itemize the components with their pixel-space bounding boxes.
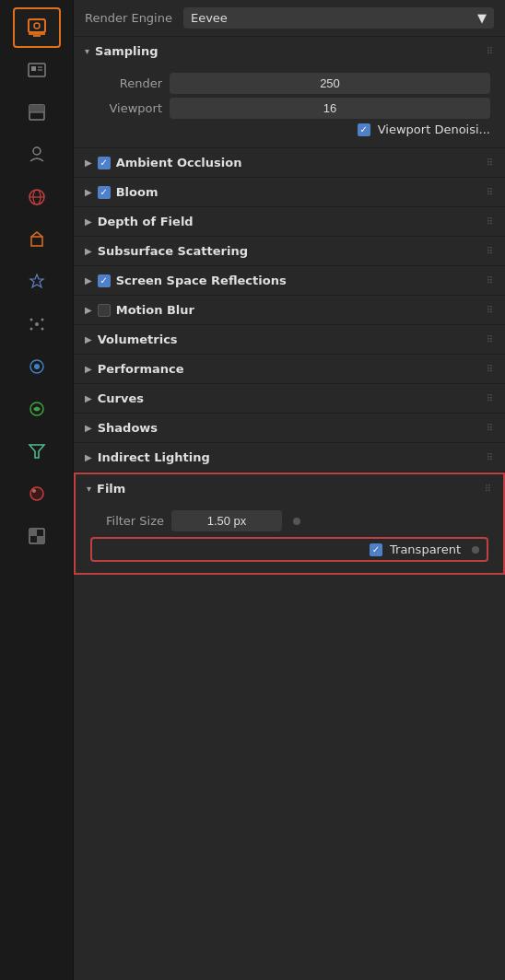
indirect-lighting-chevron: ▶ <box>85 452 92 462</box>
sidebar-item-output[interactable] <box>13 50 61 90</box>
texture-icon <box>27 526 47 546</box>
sidebar-item-constraints[interactable] <box>13 389 61 429</box>
viewport-denoise-label: Viewport Denoisi... <box>378 122 490 136</box>
sidebar <box>0 0 74 980</box>
bloom-chevron: ▶ <box>85 187 92 197</box>
screen-space-reflections-checkbox[interactable]: ✓ <box>98 274 111 287</box>
transparent-check-icon: ✓ <box>372 545 380 554</box>
sidebar-item-filter[interactable] <box>13 431 61 472</box>
svg-rect-29 <box>29 529 37 536</box>
sampling-section: ▾ Sampling ⠿ Render Viewport ✓ Viewport … <box>74 37 505 148</box>
sidebar-item-render[interactable] <box>13 7 61 48</box>
filter-size-label: Filter Size <box>90 514 164 528</box>
bloom-checkbox[interactable]: ✓ <box>98 186 111 199</box>
sampling-section-header[interactable]: ▾ Sampling ⠿ <box>74 37 505 65</box>
depth-of-field-dots: ⠿ <box>487 216 494 227</box>
sidebar-item-physics[interactable] <box>13 346 61 387</box>
sidebar-item-particles[interactable] <box>13 304 61 344</box>
motion-blur-checkbox[interactable] <box>98 304 111 317</box>
bloom-dots: ⠿ <box>487 187 494 197</box>
output-icon <box>27 60 47 80</box>
filter-size-input[interactable] <box>171 510 282 531</box>
shadows-header[interactable]: ▶ Shadows ⠿ <box>74 414 505 442</box>
indirect-lighting-header[interactable]: ▶ Indirect Lighting ⠿ <box>74 443 505 472</box>
svg-rect-6 <box>31 66 36 71</box>
physics-icon <box>27 356 47 377</box>
screen-space-reflections-section: ▶ ✓ Screen Space Reflections ⠿ <box>74 266 505 296</box>
film-dots: ⠿ <box>485 484 492 494</box>
sampling-content: Render Viewport ✓ Viewport Denoisi... <box>74 65 505 147</box>
render-input[interactable] <box>170 73 490 94</box>
depth-of-field-header[interactable]: ▶ Depth of Field ⠿ <box>74 207 505 236</box>
render-engine-row: Render Engine Eevee ▼ <box>74 0 505 37</box>
svg-point-4 <box>34 23 40 29</box>
volumetrics-chevron: ▶ <box>85 334 92 344</box>
viewport-input[interactable] <box>170 98 490 119</box>
svg-point-19 <box>41 319 43 321</box>
sidebar-item-view-layer[interactable] <box>13 92 61 133</box>
film-content: Filter Size ✓ Transparent <box>76 503 503 573</box>
subsurface-scattering-section: ▶ Subsurface Scattering ⠿ <box>74 237 505 266</box>
material-icon <box>27 484 47 504</box>
volumetrics-dots: ⠿ <box>487 334 494 344</box>
indirect-lighting-title: Indirect Lighting <box>98 450 481 464</box>
svg-point-23 <box>34 364 40 369</box>
shadows-section: ▶ Shadows ⠿ <box>74 414 505 443</box>
ambient-occlusion-checkbox[interactable]: ✓ <box>98 157 111 169</box>
dropdown-arrow-icon: ▼ <box>477 11 487 25</box>
motion-blur-section: ▶ Motion Blur ⠿ <box>74 296 505 325</box>
bloom-header[interactable]: ▶ ✓ Bloom ⠿ <box>74 178 505 206</box>
screen-space-reflections-title: Screen Space Reflections <box>116 274 481 287</box>
volumetrics-header[interactable]: ▶ Volumetrics ⠿ <box>74 325 505 354</box>
render-engine-dropdown[interactable]: Eevee ▼ <box>183 7 494 29</box>
film-section: ▾ Film ⠿ Filter Size ✓ Transparent <box>74 472 505 575</box>
screen-space-reflections-dots: ⠿ <box>487 275 494 286</box>
depth-of-field-section: ▶ Depth of Field ⠿ <box>74 207 505 237</box>
film-title: Film <box>97 482 479 496</box>
performance-dots: ⠿ <box>487 364 494 374</box>
sidebar-item-world[interactable] <box>13 177 61 217</box>
sampling-dots: ⠿ <box>487 46 494 56</box>
constraints-icon <box>27 399 47 419</box>
view-layer-icon <box>27 102 47 122</box>
bloom-check-icon: ✓ <box>100 188 108 197</box>
sampling-chevron-icon: ▾ <box>85 46 89 56</box>
film-section-header[interactable]: ▾ Film ⠿ <box>76 474 503 503</box>
render-icon <box>26 17 48 39</box>
curves-header[interactable]: ▶ Curves ⠿ <box>74 384 505 413</box>
svg-rect-16 <box>31 237 42 246</box>
render-engine-value: Eevee <box>191 11 228 25</box>
indirect-lighting-section: ▶ Indirect Lighting ⠿ <box>74 443 505 472</box>
subsurface-scattering-chevron: ▶ <box>85 246 92 256</box>
object-icon <box>27 229 47 250</box>
sidebar-item-texture[interactable] <box>13 516 61 556</box>
viewport-denoise-row: ✓ Viewport Denoisi... <box>88 122 490 136</box>
svg-point-20 <box>29 328 32 331</box>
svg-rect-1 <box>29 19 45 32</box>
sidebar-item-object[interactable] <box>13 219 61 260</box>
ambient-occlusion-section: ▶ ✓ Ambient Occlusion ⠿ <box>74 148 505 178</box>
motion-blur-header[interactable]: ▶ Motion Blur ⠿ <box>74 296 505 324</box>
viewport-denoise-checkbox[interactable]: ✓ <box>358 123 370 136</box>
svg-point-17 <box>35 322 39 326</box>
subsurface-scattering-header[interactable]: ▶ Subsurface Scattering ⠿ <box>74 237 505 265</box>
shadows-dots: ⠿ <box>487 423 494 433</box>
shadows-title: Shadows <box>98 421 481 435</box>
screen-space-reflections-header[interactable]: ▶ ✓ Screen Space Reflections ⠿ <box>74 266 505 295</box>
sidebar-item-modifier[interactable] <box>13 262 61 302</box>
performance-header[interactable]: ▶ Performance ⠿ <box>74 355 505 383</box>
ambient-occlusion-check-icon: ✓ <box>100 158 108 168</box>
transparent-checkbox[interactable]: ✓ <box>370 543 382 556</box>
ambient-occlusion-header[interactable]: ▶ ✓ Ambient Occlusion ⠿ <box>74 148 505 177</box>
sidebar-item-scene[interactable] <box>13 134 61 175</box>
svg-marker-25 <box>29 445 44 458</box>
filter-size-dot <box>293 518 300 525</box>
sidebar-item-material[interactable] <box>13 473 61 514</box>
transparent-row: ✓ Transparent <box>90 537 488 562</box>
curves-chevron: ▶ <box>85 393 92 403</box>
svg-point-12 <box>33 147 41 155</box>
motion-blur-title: Motion Blur <box>116 303 481 317</box>
viewport-denoise-check-icon: ✓ <box>360 125 368 134</box>
curves-dots: ⠿ <box>487 393 494 403</box>
subsurface-scattering-dots: ⠿ <box>487 246 494 256</box>
